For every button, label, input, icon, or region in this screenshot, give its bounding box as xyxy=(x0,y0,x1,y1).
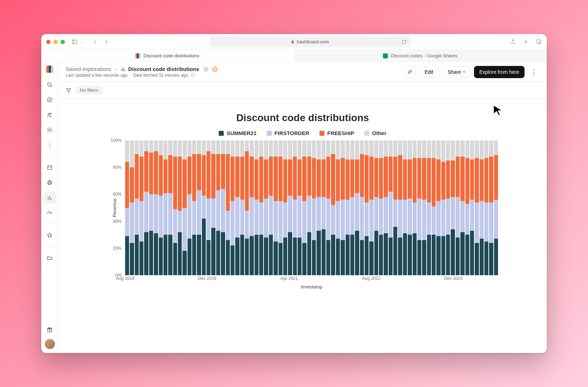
bar-column[interactable] xyxy=(369,140,373,275)
bar-column[interactable] xyxy=(144,140,148,275)
app-logo[interactable] xyxy=(46,66,53,73)
legend-item[interactable]: Other xyxy=(364,130,387,136)
search-icon[interactable] xyxy=(44,78,56,91)
bar-column[interactable] xyxy=(460,140,464,275)
copy-link-button[interactable] xyxy=(404,66,416,78)
bar-column[interactable] xyxy=(346,140,350,275)
bar-column[interactable] xyxy=(302,140,306,275)
star-icon[interactable] xyxy=(44,229,56,241)
bar-column[interactable] xyxy=(279,140,283,275)
address-bar[interactable]: hashboard.com xyxy=(209,37,410,47)
bar-column[interactable] xyxy=(355,140,359,275)
bar-column[interactable] xyxy=(221,140,225,275)
bar-column[interactable] xyxy=(432,140,436,275)
bar-column[interactable] xyxy=(288,140,292,275)
bar-column[interactable] xyxy=(456,140,460,275)
edit-button[interactable]: Edit xyxy=(419,66,438,78)
bar-column[interactable] xyxy=(312,140,316,275)
bar-column[interactable] xyxy=(360,140,364,275)
bar-column[interactable] xyxy=(451,140,455,275)
bar-column[interactable] xyxy=(182,140,186,275)
bar-column[interactable] xyxy=(480,140,484,275)
bar-column[interactable] xyxy=(336,140,340,275)
bar-chart-icon[interactable] xyxy=(44,191,56,204)
browser-back-button[interactable] xyxy=(92,39,98,45)
share-button-browser[interactable] xyxy=(509,39,516,45)
bar-column[interactable] xyxy=(188,140,191,275)
browser-sidebar-toggle[interactable]: ⌄ xyxy=(71,39,83,45)
breadcrumb-root[interactable]: Saved explorations xyxy=(66,66,112,72)
browser-tab-inactive[interactable]: Discount codes - Google Sheets xyxy=(294,50,547,62)
fullscreen-window-button[interactable] xyxy=(61,40,65,44)
bar-column[interactable] xyxy=(441,140,445,275)
bar-column[interactable] xyxy=(250,140,253,275)
tab-overview-button[interactable] xyxy=(535,39,542,45)
bar-column[interactable] xyxy=(178,140,182,275)
legend-item[interactable]: FREESHIP xyxy=(319,130,354,136)
no-filters-pill[interactable]: No filters xyxy=(76,86,103,95)
bar-column[interactable] xyxy=(307,140,311,275)
bar-column[interactable] xyxy=(269,140,273,275)
close-window-button[interactable] xyxy=(46,40,51,44)
compass-icon[interactable] xyxy=(44,94,56,106)
bar-column[interactable] xyxy=(135,140,139,275)
bar-column[interactable] xyxy=(159,140,163,275)
bar-column[interactable] xyxy=(216,140,220,275)
legend-item[interactable]: SUMMER21 xyxy=(219,130,256,136)
bar-column[interactable] xyxy=(365,140,369,275)
bar-column[interactable] xyxy=(374,140,378,275)
bar-column[interactable] xyxy=(154,140,158,275)
browser-forward-button[interactable] xyxy=(103,39,110,45)
bar-column[interactable] xyxy=(211,140,215,275)
bar-column[interactable] xyxy=(202,140,206,275)
filter-icon[interactable] xyxy=(66,87,71,93)
avatar[interactable] xyxy=(44,339,55,349)
bar-column[interactable] xyxy=(259,140,263,275)
bar-column[interactable] xyxy=(389,140,393,275)
bar-column[interactable] xyxy=(489,140,493,275)
bar-column[interactable] xyxy=(331,140,335,275)
legend-item[interactable]: FIRSTORDER xyxy=(267,130,309,136)
bar-column[interactable] xyxy=(384,140,388,275)
bar-column[interactable] xyxy=(245,140,249,275)
more-icon[interactable]: ⋮ xyxy=(44,139,56,151)
bar-column[interactable] xyxy=(494,140,498,275)
bar-column[interactable] xyxy=(149,140,153,275)
bar-column[interactable] xyxy=(417,140,421,275)
bar-column[interactable] xyxy=(422,140,426,275)
bar-column[interactable] xyxy=(293,140,297,275)
bar-column[interactable] xyxy=(235,140,239,275)
bar-column[interactable] xyxy=(470,140,474,275)
bar-column[interactable] xyxy=(350,140,354,275)
gauge-icon[interactable] xyxy=(44,206,56,219)
bar-column[interactable] xyxy=(393,140,397,275)
share-button[interactable]: Share▾ xyxy=(442,66,470,78)
bar-column[interactable] xyxy=(403,140,407,275)
reload-icon[interactable] xyxy=(402,39,407,44)
overflow-menu-button[interactable]: ⋮ xyxy=(528,68,540,76)
gear-icon[interactable] xyxy=(44,124,56,136)
bar-column[interactable] xyxy=(173,140,177,275)
bar-column[interactable] xyxy=(341,140,345,275)
bar-column[interactable] xyxy=(255,140,259,275)
bar-column[interactable] xyxy=(465,140,469,275)
dashboard-icon[interactable] xyxy=(44,161,56,173)
bar-column[interactable] xyxy=(446,140,450,275)
new-tab-button[interactable] xyxy=(522,39,529,45)
bar-column[interactable] xyxy=(130,140,134,275)
bar-column[interactable] xyxy=(436,140,440,275)
bar-column[interactable] xyxy=(298,140,302,275)
bar-column[interactable] xyxy=(231,140,234,275)
browser-tab-active[interactable]: Discount code distributions xyxy=(41,50,294,62)
bar-column[interactable] xyxy=(475,140,479,275)
bar-column[interactable] xyxy=(264,140,268,275)
bar-column[interactable] xyxy=(379,140,383,275)
favorite-button[interactable] xyxy=(203,66,209,72)
bar-column[interactable] xyxy=(484,140,488,275)
bar-column[interactable] xyxy=(139,140,143,275)
bar-column[interactable] xyxy=(427,140,431,275)
bar-column[interactable] xyxy=(226,140,230,275)
bar-column[interactable] xyxy=(240,140,244,275)
bar-column[interactable] xyxy=(398,140,402,275)
bar-column[interactable] xyxy=(192,140,196,275)
